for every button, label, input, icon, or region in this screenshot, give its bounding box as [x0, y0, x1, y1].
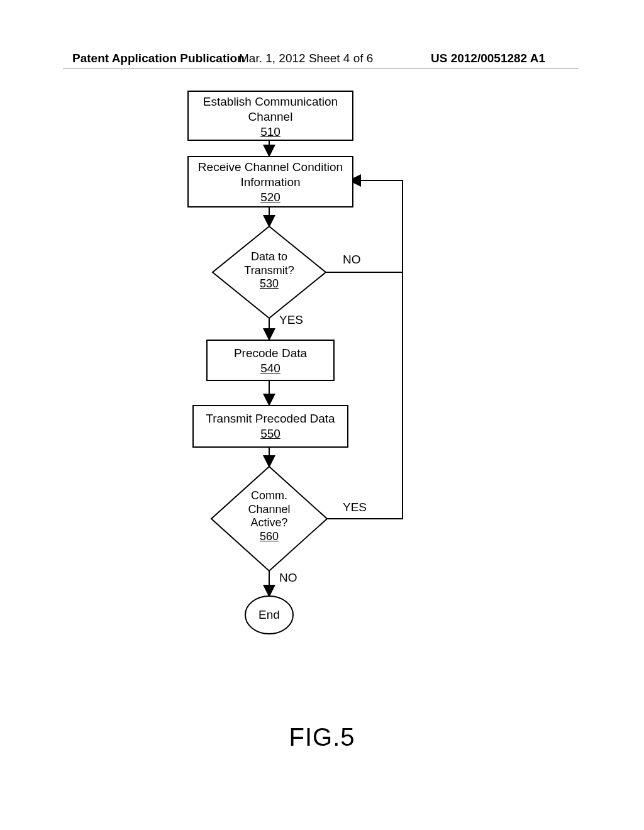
edge-530-no: NO [343, 253, 361, 267]
decision-530-num: 530 [260, 277, 279, 290]
step-520-num: 520 [260, 191, 280, 204]
decision-560-line1: Comm. [251, 489, 287, 502]
header-mid: Mar. 1, 2012 Sheet 4 of 6 [239, 52, 373, 65]
step-540-line1: Precode Data [234, 346, 307, 360]
step-520: Receive Channel Condition Information 52… [187, 156, 353, 208]
step-520-line2: Information [240, 175, 300, 189]
edge-560-yes: YES [343, 501, 367, 514]
header-left: Patent Application Publication [72, 52, 245, 65]
step-550-line1: Transmit Precoded Data [206, 412, 335, 425]
step-550: Transmit Precoded Data 550 [192, 405, 348, 448]
edge-560-no: NO [279, 571, 297, 585]
decision-530-line1: Data to [251, 250, 287, 263]
step-540-num: 540 [260, 362, 280, 375]
decision-530: Data to Transmit? 530 [231, 250, 307, 291]
decision-560-line2: Channel [248, 503, 290, 516]
edge-530-yes: YES [279, 313, 303, 327]
header-rule [63, 69, 579, 69]
decision-560-line3: Active? [250, 516, 287, 529]
step-510-line1: Establish Communication [203, 95, 338, 108]
step-520-line1: Receive Channel Condition [198, 160, 343, 174]
header-right: US 2012/0051282 A1 [431, 52, 545, 65]
step-510: Establish Communication Channel 510 [187, 91, 353, 141]
decision-530-line2: Transmit? [244, 264, 294, 277]
decision-560: Comm. Channel Active? 560 [231, 489, 307, 543]
decision-560-num: 560 [260, 530, 279, 543]
step-510-num: 510 [260, 125, 280, 138]
step-540: Precode Data 540 [206, 340, 335, 381]
figure-label: FIG.5 [0, 723, 644, 751]
terminal-end-label: End [258, 608, 280, 621]
step-510-line2: Channel [248, 110, 293, 123]
step-550-num: 550 [260, 427, 280, 440]
terminal-end: End [257, 608, 282, 622]
